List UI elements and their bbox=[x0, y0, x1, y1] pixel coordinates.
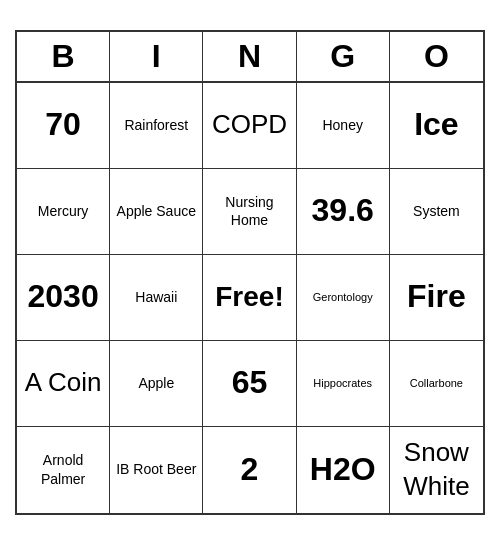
cell-text: Ice bbox=[414, 104, 458, 146]
cell-text: Hippocrates bbox=[313, 376, 372, 390]
cell-text: 2030 bbox=[28, 276, 99, 318]
cell-text: 39.6 bbox=[312, 190, 374, 232]
bingo-cell: Mercury bbox=[17, 169, 110, 255]
cell-text: Collarbone bbox=[410, 376, 463, 390]
bingo-cell: 39.6 bbox=[297, 169, 390, 255]
bingo-cell: Gerontology bbox=[297, 255, 390, 341]
bingo-cell: A Coin bbox=[17, 341, 110, 427]
cell-text: A Coin bbox=[25, 366, 102, 400]
cell-text: Free! bbox=[215, 279, 283, 315]
cell-text: Apple bbox=[138, 374, 174, 392]
header-cell: I bbox=[110, 32, 203, 81]
cell-text: System bbox=[413, 202, 460, 220]
cell-text: Rainforest bbox=[124, 116, 188, 134]
bingo-cell: Hawaii bbox=[110, 255, 203, 341]
bingo-cell: IB Root Beer bbox=[110, 427, 203, 513]
bingo-cell: 65 bbox=[203, 341, 296, 427]
bingo-cell: Rainforest bbox=[110, 83, 203, 169]
cell-text: Apple Sauce bbox=[117, 202, 196, 220]
bingo-grid: 70RainforestCOPDHoneyIceMercuryApple Sau… bbox=[17, 83, 483, 513]
bingo-header: BINGO bbox=[17, 32, 483, 83]
bingo-cell: 2030 bbox=[17, 255, 110, 341]
cell-text: IB Root Beer bbox=[116, 460, 196, 478]
cell-text: Snow White bbox=[396, 436, 477, 504]
cell-text: Fire bbox=[407, 276, 466, 318]
bingo-cell: Hippocrates bbox=[297, 341, 390, 427]
cell-text: Arnold Palmer bbox=[23, 451, 103, 487]
cell-text: Nursing Home bbox=[209, 193, 289, 229]
bingo-cell: Ice bbox=[390, 83, 483, 169]
cell-text: Hawaii bbox=[135, 288, 177, 306]
header-cell: O bbox=[390, 32, 483, 81]
bingo-cell: Free! bbox=[203, 255, 296, 341]
bingo-cell: Arnold Palmer bbox=[17, 427, 110, 513]
cell-text: COPD bbox=[212, 108, 287, 142]
cell-text: H2O bbox=[310, 449, 376, 491]
cell-text: 2 bbox=[241, 449, 259, 491]
bingo-cell: 2 bbox=[203, 427, 296, 513]
cell-text: Gerontology bbox=[313, 290, 373, 304]
header-cell: G bbox=[297, 32, 390, 81]
cell-text: Honey bbox=[322, 116, 362, 134]
bingo-cell: System bbox=[390, 169, 483, 255]
cell-text: 65 bbox=[232, 362, 268, 404]
bingo-cell: Apple bbox=[110, 341, 203, 427]
bingo-cell: Fire bbox=[390, 255, 483, 341]
header-cell: B bbox=[17, 32, 110, 81]
bingo-cell: COPD bbox=[203, 83, 296, 169]
bingo-cell: H2O bbox=[297, 427, 390, 513]
bingo-cell: Nursing Home bbox=[203, 169, 296, 255]
bingo-cell: Collarbone bbox=[390, 341, 483, 427]
bingo-cell: Snow White bbox=[390, 427, 483, 513]
cell-text: Mercury bbox=[38, 202, 89, 220]
bingo-cell: Apple Sauce bbox=[110, 169, 203, 255]
header-cell: N bbox=[203, 32, 296, 81]
bingo-card: BINGO 70RainforestCOPDHoneyIceMercuryApp… bbox=[15, 30, 485, 515]
bingo-cell: 70 bbox=[17, 83, 110, 169]
bingo-cell: Honey bbox=[297, 83, 390, 169]
cell-text: 70 bbox=[45, 104, 81, 146]
